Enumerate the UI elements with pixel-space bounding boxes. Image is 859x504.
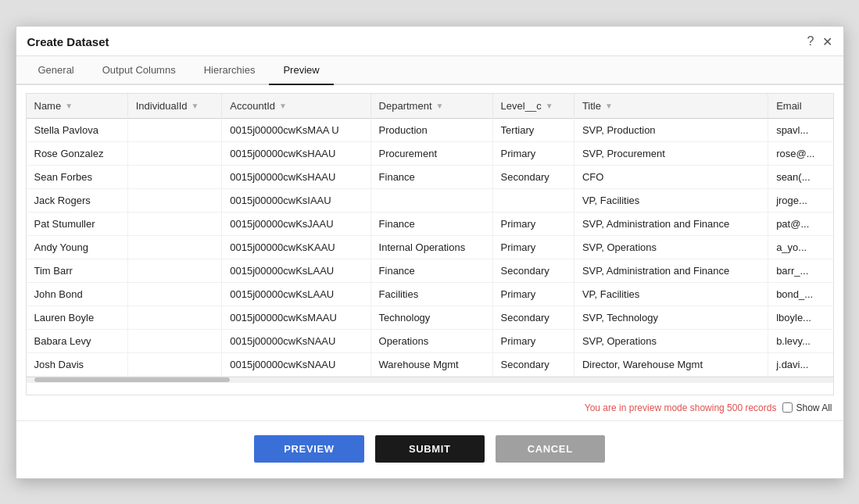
cell-level: Tertiary xyxy=(492,118,574,141)
table-scroll-area[interactable]: Name ▼ IndividualId ▼ xyxy=(27,94,833,377)
cell-level: Primary xyxy=(492,141,574,165)
cell-individualId xyxy=(127,352,222,376)
table-row: Babara Levy0015j00000cwKsNAAUOperationsP… xyxy=(27,329,833,352)
show-all-checkbox-input[interactable] xyxy=(782,402,793,413)
cell-title: VP, Facilities xyxy=(574,188,768,212)
cell-email: barr_... xyxy=(768,259,833,282)
col-label-name: Name xyxy=(34,100,62,112)
tabs-bar: General Output Columns Hierarchies Previ… xyxy=(16,56,843,85)
table-row: Stella Pavlova0015j00000cwKsMAA UProduct… xyxy=(27,118,833,141)
cell-level: Primary xyxy=(492,235,574,259)
cell-title: SVP, Production xyxy=(574,118,768,141)
sort-icon-level: ▼ xyxy=(546,102,553,110)
data-table-container: Name ▼ IndividualId ▼ xyxy=(26,93,834,395)
cell-individualId xyxy=(127,141,222,165)
cell-accountId: 0015j00000cwKsNAAU xyxy=(222,329,370,352)
cell-name: Tim Barr xyxy=(27,259,128,282)
sort-icon-individualid: ▼ xyxy=(191,102,199,110)
cell-individualId xyxy=(127,306,222,329)
show-all-checkbox-label[interactable]: Show All xyxy=(782,402,832,413)
cell-name: Pat Stumuller xyxy=(27,212,128,235)
cell-name: Rose Gonzalez xyxy=(27,141,128,165)
table-row: Jack Rogers0015j00000cwKsIAAUVP, Facilit… xyxy=(27,188,833,212)
cell-department: Internal Operations xyxy=(370,235,492,259)
cell-title: SVP, Operations xyxy=(574,329,768,352)
cell-accountId: 0015j00000cwKsMAA U xyxy=(222,118,370,141)
cell-individualId xyxy=(127,188,222,212)
cell-title: SVP, Technology xyxy=(574,306,768,329)
cell-level xyxy=(492,188,574,212)
tab-output-columns[interactable]: Output Columns xyxy=(88,56,190,85)
cell-level: Secondary xyxy=(492,352,574,376)
table-row: Lauren Boyle0015j00000cwKsMAAUTechnology… xyxy=(27,306,833,329)
cell-department: Facilities xyxy=(370,282,492,306)
dialog-titlebar: Create Dataset ? ✕ xyxy=(16,27,843,56)
cell-name: Lauren Boyle xyxy=(27,306,128,329)
cell-email: rose@... xyxy=(768,141,833,165)
sort-icon-name: ▼ xyxy=(65,102,73,110)
create-dataset-dialog: Create Dataset ? ✕ General Output Column… xyxy=(16,26,844,479)
horizontal-scrollbar[interactable] xyxy=(27,377,833,383)
dialog-footer: PREVIEW SUBMIT CANCEL xyxy=(16,420,843,478)
cell-individualId xyxy=(127,165,222,188)
cancel-button[interactable]: CANCEL xyxy=(496,435,605,463)
col-label-level: Level__c xyxy=(501,100,542,112)
data-table: Name ▼ IndividualId ▼ xyxy=(27,94,833,377)
cell-level: Secondary xyxy=(492,165,574,188)
cell-accountId: 0015j00000cwKsLAAU xyxy=(222,282,370,306)
dialog-overlay: Create Dataset ? ✕ General Output Column… xyxy=(0,0,859,504)
cell-name: Babara Levy xyxy=(27,329,128,352)
cell-individualId xyxy=(127,118,222,141)
cell-individualId xyxy=(127,212,222,235)
cell-individualId xyxy=(127,282,222,306)
preview-mode-status: You are in preview mode showing 500 reco… xyxy=(585,402,777,413)
col-label-department: Department xyxy=(379,100,432,112)
cell-email: a_yo... xyxy=(768,235,833,259)
cell-name: Josh Davis xyxy=(27,352,128,376)
help-icon[interactable]: ? xyxy=(807,34,814,48)
cell-title: SVP, Procurement xyxy=(574,141,768,165)
cell-accountId: 0015j00000cwKsKAAU xyxy=(222,235,370,259)
col-header-email[interactable]: Email xyxy=(768,94,833,119)
cell-department: Procurement xyxy=(370,141,492,165)
cell-accountId: 0015j00000cwKsHAAU xyxy=(222,141,370,165)
cell-individualId xyxy=(127,329,222,352)
cell-name: Sean Forbes xyxy=(27,165,128,188)
show-all-label: Show All xyxy=(796,402,832,413)
cell-email: lboyle... xyxy=(768,306,833,329)
cell-accountId: 0015j00000cwKsJAAU xyxy=(222,212,370,235)
status-bar: You are in preview mode showing 500 reco… xyxy=(16,395,843,420)
col-header-accountid[interactable]: AccountId ▼ xyxy=(222,94,370,119)
col-header-individualid[interactable]: IndividualId ▼ xyxy=(127,94,222,119)
cell-name: Andy Young xyxy=(27,235,128,259)
cell-name: John Bond xyxy=(27,282,128,306)
table-row: John Bond0015j00000cwKsLAAUFacilitiesPri… xyxy=(27,282,833,306)
cell-level: Primary xyxy=(492,282,574,306)
tab-general[interactable]: General xyxy=(24,56,88,85)
tab-preview[interactable]: Preview xyxy=(269,56,333,85)
col-header-level[interactable]: Level__c ▼ xyxy=(492,94,574,119)
sort-icon-title: ▼ xyxy=(605,102,613,110)
cell-email: j.davi... xyxy=(768,352,833,376)
col-header-name[interactable]: Name ▼ xyxy=(27,94,128,119)
col-header-title[interactable]: Title ▼ xyxy=(574,94,768,119)
table-row: Andy Young0015j00000cwKsKAAUInternal Ope… xyxy=(27,235,833,259)
cell-department: Finance xyxy=(370,212,492,235)
cell-department: Finance xyxy=(370,165,492,188)
preview-button[interactable]: PREVIEW xyxy=(254,435,364,463)
dialog-controls: ? ✕ xyxy=(807,34,832,49)
cell-title: SVP, Administration and Finance xyxy=(574,259,768,282)
cell-title: SVP, Operations xyxy=(574,235,768,259)
submit-button[interactable]: SUBMIT xyxy=(375,435,485,463)
table-row: Tim Barr0015j00000cwKsLAAUFinanceSeconda… xyxy=(27,259,833,282)
tab-hierarchies[interactable]: Hierarchies xyxy=(190,56,270,85)
col-header-department[interactable]: Department ▼ xyxy=(370,94,492,119)
sort-icon-accountid: ▼ xyxy=(279,102,287,110)
cell-department: Production xyxy=(370,118,492,141)
close-icon[interactable]: ✕ xyxy=(822,34,832,49)
cell-department: Operations xyxy=(370,329,492,352)
cell-level: Primary xyxy=(492,329,574,352)
sort-icon-department: ▼ xyxy=(436,102,444,110)
cell-name: Stella Pavlova xyxy=(27,118,128,141)
cell-email: pat@... xyxy=(768,212,833,235)
